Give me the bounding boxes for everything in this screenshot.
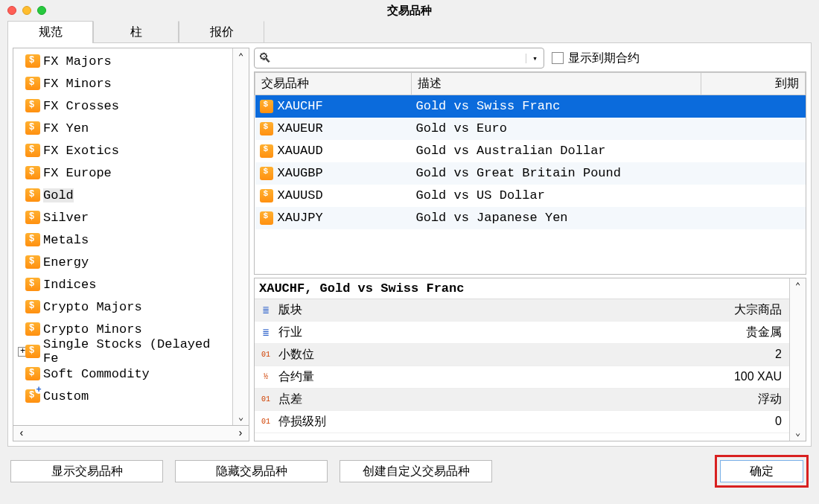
tree-item[interactable]: Custom xyxy=(13,385,232,407)
detail-badge-icon: 01 xyxy=(258,415,274,427)
tab-bar: 规范 柱 报价 xyxy=(0,21,819,43)
table-row[interactable]: XAUJPYGold vs Japanese Yen xyxy=(255,207,806,229)
detail-badge-icon: ½ xyxy=(258,371,274,383)
window-title: 交易品种 xyxy=(0,4,819,18)
tree-item[interactable]: Single Stocks (Delayed Fe xyxy=(13,340,232,363)
search-input[interactable] xyxy=(275,52,526,65)
table-row[interactable]: XAUGBPGold vs Great Britain Pound xyxy=(255,162,806,185)
tree-item-label: Gold xyxy=(43,188,74,202)
titlebar: 交易品种 xyxy=(0,0,819,21)
tree-item[interactable]: FX Exotics xyxy=(13,139,232,162)
folder-dollar-icon xyxy=(25,99,40,112)
dollar-icon xyxy=(260,144,273,158)
folder-dollar-icon xyxy=(25,144,40,157)
detail-value: 2 xyxy=(775,348,789,361)
chevron-down-icon[interactable]: ▾ xyxy=(526,54,544,63)
tree-vscrollbar[interactable] xyxy=(232,48,249,425)
tree-item[interactable]: FX Yen xyxy=(13,117,232,139)
detail-key-label: 合约量 xyxy=(278,369,314,385)
tree-item[interactable]: Silver xyxy=(13,206,232,229)
dollar-icon xyxy=(260,211,273,225)
tree-item[interactable]: Gold xyxy=(13,184,232,206)
detail-value: 浮动 xyxy=(758,392,789,407)
tree-item[interactable]: FX Crosses xyxy=(13,95,232,117)
category-tree: FX MajorsFX MinorsFX CrossesFX YenFX Exo… xyxy=(13,48,249,426)
detail-value: 100 XAU xyxy=(734,370,789,383)
scroll-down-icon[interactable] xyxy=(233,409,249,425)
detail-vscrollbar[interactable] xyxy=(789,278,806,441)
detail-row: ½合约量100 XAU xyxy=(255,366,789,389)
show-symbol-button[interactable]: 显示交易品种 xyxy=(10,460,163,482)
detail-row: 01停损级别0 xyxy=(255,411,789,433)
detail-value: 贵金属 xyxy=(746,325,789,340)
show-expired-label: 显示到期合约 xyxy=(568,51,640,66)
tree-hscrollbar[interactable]: ‹ › xyxy=(13,425,249,441)
table-row[interactable]: XAUUSDGold vs US Dollar xyxy=(255,185,806,207)
tree-item[interactable]: FX Minors xyxy=(13,72,232,95)
table-row[interactable]: XAUEURGold vs Euro xyxy=(255,118,806,140)
detail-badge-icon: 01 xyxy=(258,393,274,405)
folder-dollar-icon xyxy=(25,300,40,313)
tree-item[interactable]: Crypto Majors xyxy=(13,296,232,318)
tree-item[interactable]: FX Europe xyxy=(13,162,232,184)
detail-badge-icon: 01 xyxy=(258,348,274,360)
tree-item-label: Single Stocks (Delayed Fe xyxy=(43,337,232,366)
detail-row: 行业贵金属 xyxy=(255,322,789,344)
dollar-icon xyxy=(260,100,273,113)
show-expired-checkbox[interactable]: 显示到期合约 xyxy=(552,51,640,66)
table-empty-area xyxy=(255,229,806,274)
folder-dollar-icon xyxy=(25,322,40,336)
symbol-table: 交易品种 描述 到期 XAUCHFGold vs Swiss FrancXAUE… xyxy=(254,71,806,275)
col-symbol[interactable]: 交易品种 xyxy=(255,73,412,95)
footer: 显示交易品种 隐藏交易品种 创建自定义交易品种 确定 xyxy=(0,447,819,488)
tree-item[interactable]: Metals xyxy=(13,229,232,251)
col-desc[interactable]: 描述 xyxy=(412,73,701,95)
tree-item[interactable]: FX Majors xyxy=(13,50,232,72)
ok-button[interactable]: 确定 xyxy=(720,460,803,482)
hide-symbol-button[interactable]: 隐藏交易品种 xyxy=(175,460,328,482)
detail-key-label: 行业 xyxy=(278,325,302,340)
dollar-icon xyxy=(260,122,273,135)
detail-badge-icon xyxy=(258,326,274,338)
tree-item-label: Custom xyxy=(43,389,89,403)
tab-quote[interactable]: 报价 xyxy=(179,21,264,43)
folder-dollar-icon xyxy=(25,211,40,224)
tree-item-label: FX Europe xyxy=(43,166,112,180)
tree-item[interactable]: Soft Commodity xyxy=(13,363,232,385)
tree-item-label: Crypto Majors xyxy=(43,300,142,314)
tree-item-label: Crypto Minors xyxy=(43,322,142,336)
folder-dollar-icon xyxy=(25,166,40,179)
search-combo[interactable]: 🔍︎ ▾ xyxy=(254,48,544,68)
dollar-icon xyxy=(260,167,273,180)
tree-item-label: FX Majors xyxy=(43,54,112,68)
scroll-left-icon[interactable]: ‹ xyxy=(13,426,30,441)
col-expiry[interactable]: 到期 xyxy=(701,73,806,95)
main-area: FX MajorsFX MinorsFX CrossesFX YenFX Exo… xyxy=(7,42,812,447)
scroll-right-icon[interactable]: › xyxy=(232,426,249,441)
tree-item[interactable]: Indices xyxy=(13,273,232,296)
folder-dollar-icon xyxy=(25,389,40,403)
detail-key-label: 点差 xyxy=(278,392,302,407)
scroll-up-icon[interactable] xyxy=(233,48,249,65)
ok-highlight: 确定 xyxy=(715,455,809,488)
tree-item-label: Soft Commodity xyxy=(43,367,150,381)
table-row[interactable]: XAUAUDGold vs Australian Dollar xyxy=(255,140,806,162)
create-custom-button[interactable]: 创建自定义交易品种 xyxy=(340,460,492,482)
detail-title: XAUCHF, Gold vs Swiss Franc xyxy=(255,278,789,299)
tree-item-label: FX Crosses xyxy=(43,99,119,113)
detail-value: 大宗商品 xyxy=(734,302,789,318)
dollar-icon xyxy=(260,189,273,202)
folder-dollar-icon xyxy=(25,255,40,269)
tree-item[interactable]: Energy xyxy=(13,251,232,273)
folder-dollar-icon xyxy=(25,278,40,291)
folder-dollar-icon xyxy=(25,233,40,246)
table-row[interactable]: XAUCHFGold vs Swiss Franc xyxy=(255,95,806,118)
left-pane: FX MajorsFX MinorsFX CrossesFX YenFX Exo… xyxy=(8,43,254,446)
search-row: 🔍︎ ▾ 显示到期合约 xyxy=(254,48,806,68)
scroll-up-icon[interactable] xyxy=(790,278,806,295)
tab-spec[interactable]: 规范 xyxy=(7,21,93,43)
scroll-down-icon[interactable] xyxy=(790,424,806,441)
detail-key-label: 停损级别 xyxy=(278,414,326,430)
tab-bar-chart[interactable]: 柱 xyxy=(93,21,179,43)
folder-dollar-icon xyxy=(25,345,40,358)
